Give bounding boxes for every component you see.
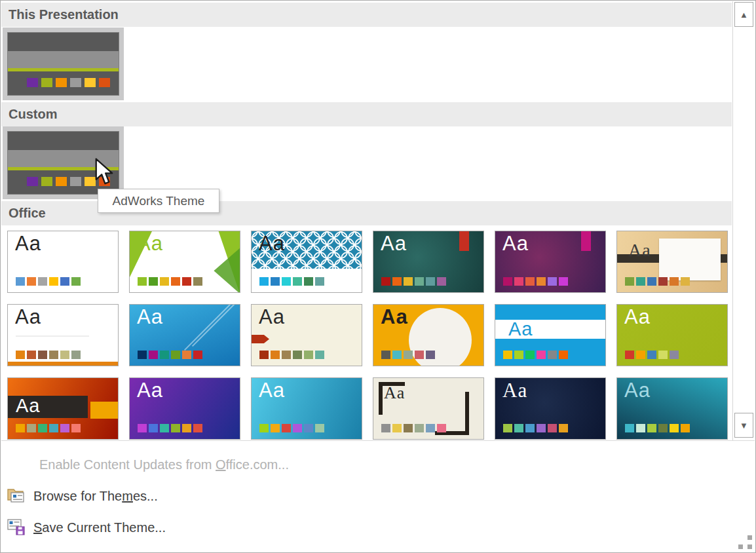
scroll-down-button[interactable]: ▼ bbox=[734, 413, 753, 438]
theme-preview-letters: Aa bbox=[628, 240, 651, 261]
theme-preview-letters: Aa bbox=[259, 305, 285, 329]
color-chip bbox=[404, 351, 413, 359]
color-chip bbox=[548, 351, 557, 359]
theme-bottom-bar bbox=[8, 362, 118, 366]
theme-color-chips bbox=[138, 351, 202, 359]
office-theme-thumbnail-16[interactable]: Aa bbox=[373, 377, 484, 440]
this-presentation-selected-highlight bbox=[3, 28, 124, 100]
theme-color-chips bbox=[138, 424, 202, 432]
color-chip bbox=[537, 277, 546, 286]
color-chip bbox=[60, 351, 69, 359]
color-chip bbox=[293, 277, 302, 286]
color-chip bbox=[437, 277, 446, 286]
office-theme-thumbnail-13[interactable]: Aa bbox=[7, 377, 119, 440]
color-chip bbox=[182, 277, 191, 286]
color-chip bbox=[426, 351, 435, 359]
scroll-up-button[interactable]: ▲ bbox=[734, 2, 753, 27]
color-chip bbox=[71, 351, 81, 359]
color-chip bbox=[636, 277, 645, 286]
office-theme-thumbnail-9[interactable]: Aa bbox=[251, 304, 362, 366]
theme-color-chips bbox=[503, 424, 568, 432]
office-theme-thumbnail-10[interactable]: Aa bbox=[373, 304, 484, 366]
color-chip bbox=[27, 277, 36, 286]
color-chip bbox=[149, 424, 158, 432]
color-chip bbox=[38, 424, 47, 432]
color-chip bbox=[381, 277, 390, 286]
color-chip bbox=[171, 424, 180, 432]
menu-item-browse-for-themes[interactable]: Browse for Themes... bbox=[1, 480, 755, 512]
theme-color-chips bbox=[503, 351, 568, 359]
color-chip bbox=[315, 277, 324, 286]
theme-tab-mark bbox=[459, 231, 469, 251]
color-chip bbox=[559, 351, 568, 359]
color-chip bbox=[149, 351, 158, 359]
menu-item-label: Browse for Themes... bbox=[33, 489, 158, 504]
color-chip bbox=[259, 351, 269, 359]
color-chip bbox=[16, 424, 25, 432]
theme-preview-letters: Aa bbox=[381, 232, 407, 256]
office-theme-thumbnail-18[interactable]: Aa bbox=[616, 377, 728, 440]
office-theme-thumbnail-14[interactable]: Aa bbox=[129, 377, 240, 440]
office-theme-thumbnail-5[interactable]: Aa bbox=[495, 231, 606, 293]
theme-color-chips bbox=[27, 78, 110, 87]
office-theme-thumbnail-6[interactable]: Aa bbox=[616, 231, 728, 293]
theme-preview-letters: Aa bbox=[137, 232, 163, 256]
color-chip bbox=[304, 277, 313, 286]
color-chip bbox=[381, 424, 390, 432]
color-chip bbox=[71, 277, 81, 286]
theme-color-chips bbox=[16, 277, 81, 286]
office-theme-thumbnail-4[interactable]: Aa bbox=[373, 231, 484, 293]
color-chip bbox=[514, 277, 523, 286]
office-theme-thumbnail-15[interactable]: Aa bbox=[251, 377, 362, 440]
color-chip bbox=[559, 424, 568, 432]
color-chip bbox=[16, 277, 25, 286]
theme-band bbox=[8, 33, 119, 51]
color-chip bbox=[49, 277, 58, 286]
color-chip bbox=[138, 424, 147, 432]
color-chip bbox=[271, 351, 280, 359]
divider-line bbox=[16, 335, 89, 337]
menu-item-save-current-theme[interactable]: Save Current Theme... bbox=[1, 512, 755, 543]
color-chip bbox=[503, 277, 512, 286]
color-chip bbox=[392, 277, 402, 286]
color-chip bbox=[625, 424, 634, 432]
theme-preview-letters: Aa bbox=[259, 379, 285, 402]
office-theme-thumbnail-17[interactable]: Aa bbox=[495, 377, 606, 440]
office-theme-thumbnail-2[interactable]: Aa bbox=[129, 231, 240, 293]
color-chip bbox=[38, 277, 47, 286]
office-theme-thumbnail-3[interactable]: Aa bbox=[251, 231, 362, 293]
color-chip bbox=[636, 424, 645, 432]
color-chip bbox=[548, 277, 557, 286]
organic-sheet bbox=[659, 238, 721, 280]
office-theme-thumbnail-12[interactable]: Aa bbox=[616, 304, 728, 366]
menu-item-label: Save Current Theme... bbox=[33, 520, 166, 535]
color-chip bbox=[636, 351, 645, 359]
color-chip bbox=[559, 277, 568, 286]
color-chip bbox=[38, 351, 47, 359]
theme-color-chips bbox=[259, 351, 324, 359]
color-chip bbox=[193, 277, 202, 286]
color-chip bbox=[315, 351, 324, 359]
theme-color-chips bbox=[16, 424, 81, 432]
theme-preview-letters: Aa bbox=[259, 232, 285, 256]
color-chip bbox=[56, 78, 67, 87]
this-presentation-theme-thumbnail[interactable] bbox=[7, 32, 119, 96]
color-chip bbox=[49, 424, 58, 432]
theme-preview-letters: Aa bbox=[137, 305, 163, 329]
color-chip bbox=[670, 351, 679, 359]
office-theme-thumbnail-11[interactable]: Aa bbox=[495, 304, 606, 366]
color-chip bbox=[41, 177, 52, 186]
office-theme-thumbnail-7[interactable]: Aa bbox=[7, 304, 119, 366]
color-chip bbox=[304, 351, 313, 359]
color-chip bbox=[514, 424, 523, 432]
resize-grip[interactable] bbox=[738, 535, 752, 549]
tooltip-adworks-theme: AdWorks Theme bbox=[98, 189, 219, 213]
berlin-accent-block bbox=[90, 402, 118, 419]
office-theme-thumbnail-1[interactable]: Aa bbox=[7, 231, 119, 293]
color-chip bbox=[27, 177, 38, 186]
color-chip bbox=[426, 424, 435, 432]
office-theme-thumbnail-8[interactable]: Aa bbox=[129, 304, 240, 366]
theme-preview-letters: Aa bbox=[624, 379, 651, 402]
scrollbar-track[interactable]: ▲ ▼ bbox=[732, 1, 755, 440]
color-chip bbox=[381, 351, 390, 359]
